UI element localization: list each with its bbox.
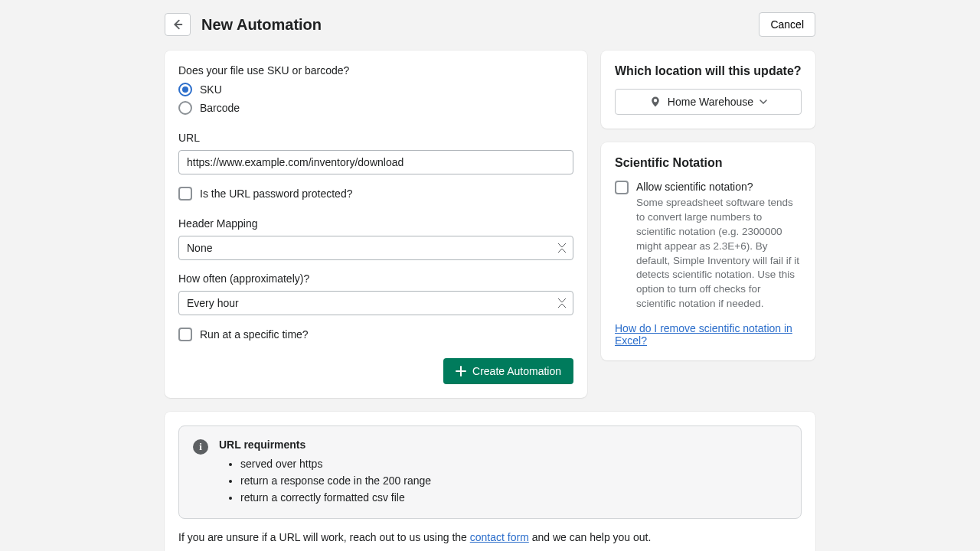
requirement-item: served over https: [240, 455, 431, 472]
requirement-item: return a correctly formatted csv file: [240, 489, 431, 506]
cancel-button[interactable]: Cancel: [759, 12, 815, 37]
allow-scientific-notation-checkbox[interactable]: [615, 181, 629, 194]
location-title: Which location will this update?: [615, 64, 802, 78]
radio-barcode-label: Barcode: [200, 102, 240, 114]
requirement-item: return a response code in the 200 range: [240, 472, 431, 489]
specific-time-checkbox[interactable]: [178, 328, 192, 341]
contact-form-link[interactable]: contact form: [470, 531, 529, 543]
allow-scientific-notation-label: Allow scientific notation?: [636, 181, 802, 193]
frequency-label: How often (approximately)?: [178, 272, 573, 285]
scientific-notation-description: Some spreadsheet software tends to conve…: [636, 196, 802, 311]
radio-sku[interactable]: [178, 83, 192, 96]
url-label: URL: [178, 132, 573, 144]
caret-down-icon: [760, 99, 767, 104]
header-mapping-select[interactable]: None: [178, 236, 573, 260]
radio-barcode[interactable]: [178, 101, 192, 115]
scientific-notation-title: Scientific Notation: [615, 156, 802, 170]
specific-time-label: Run at a specific time?: [200, 328, 309, 341]
header-mapping-label: Header Mapping: [178, 217, 573, 230]
location-value: Home Warehouse: [668, 96, 753, 108]
location-card: Which location will this update? Home Wa…: [601, 51, 815, 129]
location-pin-icon: [649, 96, 662, 108]
url-requirements-banner: i URL requirments served over https retu…: [178, 425, 802, 519]
info-icon: i: [193, 439, 208, 455]
automation-form-card: Does your file use SKU or barcode? SKU B…: [165, 51, 587, 398]
create-automation-button[interactable]: Create Automation: [443, 358, 573, 384]
location-select[interactable]: Home Warehouse: [615, 89, 802, 115]
plus-icon: [456, 366, 466, 377]
url-input[interactable]: [178, 150, 573, 174]
identifier-question-label: Does your file use SKU or barcode?: [178, 64, 573, 77]
frequency-select[interactable]: Every hour: [178, 291, 573, 315]
url-requirements-card: i URL requirments served over https retu…: [165, 412, 815, 551]
password-protected-checkbox[interactable]: [178, 187, 192, 201]
page-title: New Automation: [201, 16, 322, 34]
radio-sku-label: SKU: [200, 83, 222, 96]
help-footer-text: If you are unsure if a URL will work, re…: [178, 531, 802, 543]
arrow-left-icon: [171, 18, 185, 31]
url-requirements-title: URL requirments: [219, 439, 431, 451]
create-automation-label: Create Automation: [472, 365, 561, 377]
back-button[interactable]: [165, 13, 191, 36]
excel-help-link[interactable]: How do I remove scientific notation in E…: [615, 322, 792, 347]
scientific-notation-card: Scientific Notation Allow scientific not…: [601, 142, 815, 360]
password-protected-label: Is the URL password protected?: [200, 187, 352, 200]
page-header: New Automation Cancel: [165, 12, 815, 37]
